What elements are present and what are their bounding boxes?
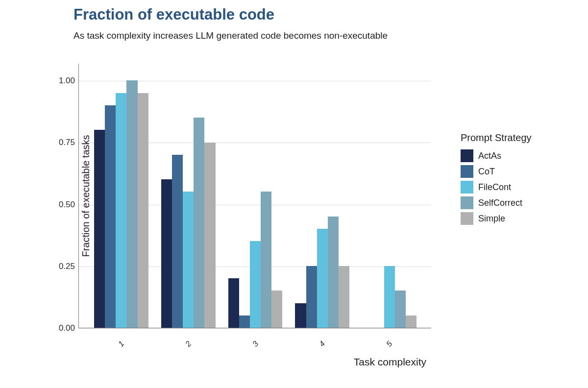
legend-label: SelfCorrect (478, 198, 522, 208)
bar-actas (161, 179, 172, 328)
legend-swatch (461, 181, 473, 194)
bar-simple (204, 143, 215, 328)
x-tick-label: 1 (114, 340, 128, 348)
plot-inner: 0.000.250.500.751.0012345 (79, 64, 431, 328)
bar-selfcorrect (194, 118, 204, 328)
bar-selfcorrect (126, 80, 137, 328)
chart-container: Fraction of executable code As task comp… (0, 0, 588, 388)
y-axis-label: Fraction of executable tasks (80, 135, 92, 257)
y-tick-label: 1.00 (50, 76, 75, 86)
legend-item-filecont: FileCont (461, 181, 532, 194)
bar-cot (105, 105, 116, 328)
bar-actas (295, 303, 306, 328)
legend-swatch (461, 149, 473, 162)
legend-label: FileCont (478, 182, 511, 193)
legend-item-actas: ActAs (461, 149, 532, 162)
bar-filecont (183, 192, 194, 328)
gridline (79, 328, 431, 329)
bar-simple (138, 93, 148, 328)
legend-item-selfcorrect: SelfCorrect (461, 196, 532, 209)
legend-label: ActAs (478, 151, 501, 161)
chart-title: Fraction of executable code (74, 6, 274, 24)
legend-item-cot: CoT (461, 165, 532, 178)
legend-label: Simple (478, 214, 505, 224)
bar-simple (339, 266, 349, 328)
bar-filecont (384, 266, 395, 328)
bar-cot (306, 266, 317, 328)
legend-swatch (461, 196, 473, 209)
bar-filecont (116, 93, 126, 328)
bar-filecont (317, 229, 328, 328)
legend-swatch (461, 165, 473, 178)
x-tick-label: 4 (315, 340, 330, 348)
legend-item-simple: Simple (461, 212, 532, 225)
plot-area: 0.000.250.500.751.0012345 Fraction of ex… (78, 64, 431, 328)
bar-cot (239, 315, 250, 328)
bar-selfcorrect (328, 217, 339, 328)
legend-title: Prompt Strategy (461, 132, 532, 144)
legend-swatch (461, 212, 473, 225)
x-axis-label: Task complexity (79, 356, 431, 368)
x-tick-label: 5 (382, 340, 397, 348)
bar-simple (271, 291, 282, 328)
bar-actas (228, 278, 239, 328)
bar-simple (406, 315, 416, 328)
y-tick-label: 0.75 (50, 138, 75, 147)
legend: Prompt Strategy ActAsCoTFileContSelfCorr… (461, 132, 532, 228)
bar-filecont (250, 241, 261, 328)
chart-subtitle: As task complexity increases LLM generat… (74, 30, 388, 41)
y-tick-label: 0.50 (50, 200, 75, 210)
bar-actas (94, 130, 105, 328)
bar-selfcorrect (395, 291, 406, 328)
legend-items: ActAsCoTFileContSelfCorrectSimple (461, 149, 532, 225)
bar-selfcorrect (261, 192, 271, 328)
y-tick-label: 0.25 (50, 262, 75, 271)
x-tick-label: 3 (248, 340, 263, 348)
bar-cot (172, 155, 183, 328)
legend-label: CoT (478, 167, 495, 177)
y-tick-label: 0.00 (50, 323, 75, 333)
x-tick-label: 2 (181, 340, 196, 348)
